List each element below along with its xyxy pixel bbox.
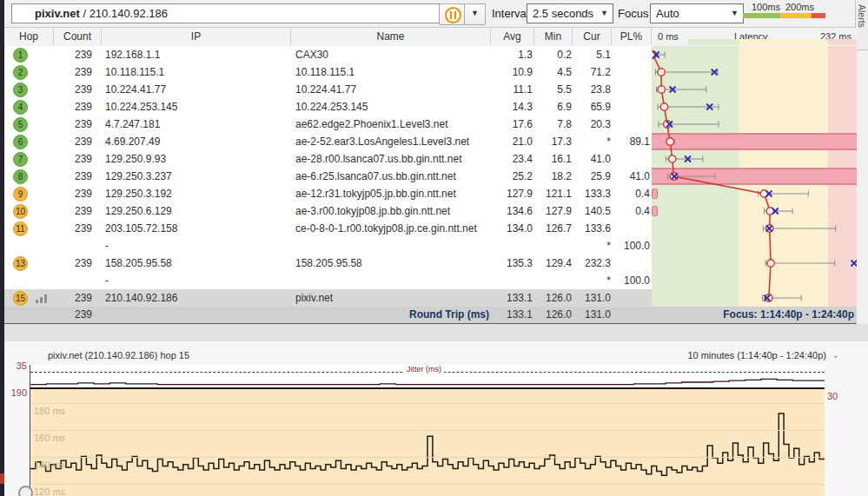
timeline-title: pixiv.net (210.140.92.186) hop 15 xyxy=(48,350,189,360)
header-min[interactable]: Min xyxy=(534,28,573,45)
min-cell: 17.3 xyxy=(529,133,572,150)
pause-dropdown-button[interactable]: ▼ xyxy=(464,3,486,25)
pl-cell xyxy=(607,63,650,81)
pl-cell: 89.1 xyxy=(607,133,650,150)
round-trip-cur: 131.0 xyxy=(568,307,611,323)
header-avg[interactable]: Avg xyxy=(491,28,534,45)
table-row[interactable]: 15239210.140.92.186pixiv.net133.1126.013… xyxy=(4,289,652,307)
count-cell xyxy=(54,272,92,289)
hop-badge: 8 xyxy=(13,169,28,184)
name-cell: 10.118.115.1 xyxy=(295,63,354,81)
header-name[interactable]: Name xyxy=(291,28,491,45)
header-pl[interactable]: PL% xyxy=(612,28,652,45)
scale-yellow-segment xyxy=(780,13,812,18)
pl-cell xyxy=(607,116,650,133)
pl-cell xyxy=(607,81,650,98)
cur-cell: 232.3 xyxy=(568,255,611,272)
ip-cell: 129.250.3.192 xyxy=(105,185,172,202)
count-cell xyxy=(54,237,92,255)
min-cell: 129.4 xyxy=(529,255,572,272)
cur-cell: 140.5 xyxy=(568,202,611,220)
alerts-side-tab[interactable]: Alerts xyxy=(855,0,868,50)
avg-cell: 127.9 xyxy=(486,185,533,202)
graphed-hop-icon xyxy=(36,294,48,303)
gridline-label: 180 ms xyxy=(34,406,65,416)
interval-select[interactable]: 2.5 seconds▼ xyxy=(527,3,613,23)
count-cell: 239 xyxy=(54,185,92,202)
pl-cell xyxy=(607,255,650,272)
min-cell: 4.5 xyxy=(529,63,572,81)
min-cell: 126.7 xyxy=(529,220,572,237)
round-trip-avg: 133.1 xyxy=(486,307,533,323)
right-axis-max: 30 xyxy=(827,391,848,401)
ip-cell: 129.250.6.129 xyxy=(105,202,172,220)
name-cell: ce-0-8-0-1.r00.tokyjp08.jp.ce.gin.ntt.ne… xyxy=(295,220,477,237)
header-ip[interactable]: IP xyxy=(102,28,291,45)
latency-axis-max: 190 xyxy=(10,387,27,398)
hop-badge: 10 xyxy=(13,204,28,219)
avg-cell: 11.1 xyxy=(486,81,533,98)
ip-cell: 210.140.92.186 xyxy=(105,289,177,307)
name-cell: 158.205.95.58 xyxy=(295,255,362,272)
avg-cell: 17.6 xyxy=(486,116,533,133)
pl-cell xyxy=(607,289,650,307)
cur-cell: * xyxy=(568,237,611,255)
min-cell: 121.1 xyxy=(529,185,572,202)
avg-cell xyxy=(486,237,533,255)
hop-badge: 9 xyxy=(13,187,28,202)
name-cell: ae-28.r00.lsanca07.us.bb.gin.ntt.net xyxy=(295,150,461,168)
scale-200ms-label: 200ms xyxy=(785,2,814,12)
count-cell: 239 xyxy=(54,289,92,307)
timeline-zoom-icon[interactable] xyxy=(18,486,33,496)
alerts-tab-label: Alerts xyxy=(857,4,867,28)
count-cell: 239 xyxy=(54,116,92,133)
avg-cell: 21.0 xyxy=(486,133,533,150)
avg-cell: 133.1 xyxy=(486,289,533,307)
cur-cell: 133.6 xyxy=(568,220,611,237)
hop-badge: 3 xyxy=(13,83,28,97)
pause-icon xyxy=(445,7,461,23)
pause-button[interactable] xyxy=(439,3,465,25)
cur-cell: 133.3 xyxy=(568,185,611,202)
zone-color-strip xyxy=(652,39,857,45)
pl-cell: 0.4 xyxy=(607,185,650,202)
avg-cell: 134.6 xyxy=(486,202,533,220)
pl-cell xyxy=(607,220,650,237)
header-count[interactable]: Count xyxy=(54,28,102,45)
hop-badge: 13 xyxy=(13,256,28,271)
ip-cell: - xyxy=(105,237,109,255)
min-cell: 18.2 xyxy=(529,168,572,185)
jitter-graph[interactable]: Jitter (ms) xyxy=(30,365,825,389)
header-hop[interactable]: Hop xyxy=(4,28,54,45)
avg-cell: 10.9 xyxy=(486,63,533,81)
count-cell: 239 xyxy=(54,168,92,185)
focus-select[interactable]: Auto▼ xyxy=(650,3,744,23)
interval-label: Interval xyxy=(492,7,529,20)
latency-timeline-graph[interactable]: 180 ms160 ms140 ms120 ms xyxy=(30,389,825,496)
target-ip: 210.140.92.186 xyxy=(89,7,168,20)
name-cell: 10.224.253.145 xyxy=(295,98,368,116)
chevron-down-icon[interactable]: ⌄ xyxy=(832,350,839,360)
scale-red-segment xyxy=(812,13,825,18)
min-cell: 6.9 xyxy=(529,98,572,116)
round-trip-min: 126.0 xyxy=(529,307,572,323)
timeline-range-selector[interactable]: 10 minutes (1:14:40p - 1:24:40p) xyxy=(687,350,826,360)
gridline xyxy=(30,430,825,431)
hop-latency-graph[interactable] xyxy=(652,46,857,307)
gridline xyxy=(30,403,825,404)
splitter-band[interactable] xyxy=(4,324,868,342)
cur-cell: 131.0 xyxy=(568,289,611,307)
pl-cell: 100.0 xyxy=(607,237,650,255)
avg-cell: 23.4 xyxy=(486,150,533,168)
ip-cell: - xyxy=(105,272,109,289)
latency-step-line xyxy=(30,389,825,496)
count-cell: 239 xyxy=(54,202,92,220)
gridline-label: 160 ms xyxy=(34,433,65,443)
min-cell: 126.0 xyxy=(529,289,572,307)
cur-cell: * xyxy=(568,133,611,150)
min-cell: 127.9 xyxy=(529,202,572,220)
target-address-box[interactable]: pixiv.net / 210.140.92.186 xyxy=(11,3,459,23)
target-separator: / xyxy=(80,7,89,20)
header-cur[interactable]: Cur xyxy=(573,28,612,45)
pl-cell: 100.0 xyxy=(607,272,650,289)
